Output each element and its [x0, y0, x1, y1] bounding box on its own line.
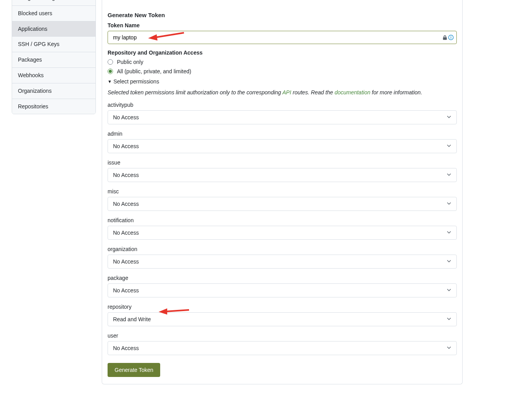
permission-label: notification — [108, 217, 457, 223]
permission-group-package: packageNo Access — [108, 275, 457, 297]
sidebar-item-label: Organizations — [18, 88, 51, 94]
sidebar-item-packages[interactable]: Packages — [12, 52, 95, 68]
permission-select-value: No Access — [113, 172, 139, 178]
radio-icon[interactable] — [108, 69, 113, 74]
chevron-down-icon — [447, 345, 451, 351]
sidebar-item-label: Packages — [18, 57, 42, 63]
permission-group-repository: repositoryRead and Write — [108, 304, 457, 326]
permission-group-notification: notificationNo Access — [108, 217, 457, 240]
chevron-down-icon — [447, 172, 451, 178]
sidebar-item-label: Blocked users — [18, 10, 52, 16]
radio-label: All (public, private, and limited) — [117, 68, 191, 74]
permission-select-organization[interactable]: No Access — [108, 255, 457, 269]
permission-group-user: userNo Access — [108, 333, 457, 355]
permission-select-admin[interactable]: No Access — [108, 139, 457, 153]
select-permissions-summary[interactable]: Select permissions — [108, 78, 457, 85]
radio-public-only[interactable]: Public only — [108, 59, 457, 65]
token-name-input[interactable] — [108, 31, 457, 44]
generate-token-button[interactable]: Generate Token — [108, 363, 160, 377]
permission-group-activitypub: activitypubNo Access — [108, 102, 457, 124]
repo-access-label: Repository and Organization Access — [108, 50, 457, 56]
chevron-down-icon — [447, 230, 451, 236]
permission-select-package[interactable]: No Access — [108, 283, 457, 297]
permission-label: issue — [108, 159, 457, 166]
permission-select-misc[interactable]: No Access — [108, 197, 457, 211]
sidebar-item-label: Applications — [18, 26, 48, 32]
sidebar-item-label: Usage & Billing — [18, 0, 55, 1]
permission-select-value: No Access — [113, 201, 139, 207]
permission-group-issue: issueNo Access — [108, 159, 457, 182]
documentation-link[interactable]: documentation — [334, 89, 370, 96]
permission-label: activitypub — [108, 102, 457, 108]
permission-select-value: No Access — [113, 258, 139, 265]
sidebar-item-webhooks[interactable]: Webhooks — [12, 68, 95, 83]
settings-sidebar: Security Usage & Billing Blocked users A… — [12, 0, 96, 114]
permissions-hint: Selected token permissions limit authori… — [108, 89, 457, 96]
permission-select-value: Read and Write — [113, 316, 151, 322]
token-name-input-wrap — [108, 31, 457, 44]
radio-all[interactable]: All (public, private, and limited) — [108, 68, 457, 74]
permission-select-activitypub[interactable]: No Access — [108, 110, 457, 124]
chevron-down-icon — [447, 114, 451, 120]
sidebar-item-blocked-users[interactable]: Blocked users — [12, 6, 95, 21]
permission-select-value: No Access — [113, 114, 139, 120]
sidebar-item-repositories[interactable]: Repositories — [12, 99, 95, 114]
chevron-down-icon — [447, 287, 451, 294]
svg-rect-2 — [451, 37, 451, 39]
permission-select-notification[interactable]: No Access — [108, 226, 457, 240]
permission-select-user[interactable]: No Access — [108, 341, 457, 355]
lock-icon — [442, 35, 447, 40]
permission-label: admin — [108, 131, 457, 137]
sidebar-item-label: Repositories — [18, 103, 48, 110]
permission-group-misc: miscNo Access — [108, 188, 457, 211]
chevron-down-icon — [447, 201, 451, 207]
main-content: Generate New Token Token Name Repository… — [102, 0, 463, 384]
info-icon[interactable] — [448, 35, 454, 40]
permission-group-organization: organizationNo Access — [108, 246, 457, 269]
permission-select-value: No Access — [113, 287, 139, 294]
permission-label: package — [108, 275, 457, 281]
permission-label: organization — [108, 246, 457, 252]
chevron-down-icon — [447, 258, 451, 265]
permission-select-value: No Access — [113, 345, 139, 351]
permission-label: misc — [108, 188, 457, 195]
permission-group-admin: adminNo Access — [108, 131, 457, 153]
token-name-label: Token Name — [108, 22, 457, 28]
permission-label: repository — [108, 304, 457, 310]
radio-label: Public only — [117, 59, 143, 65]
radio-icon[interactable] — [108, 59, 113, 65]
sidebar-item-usage-billing[interactable]: Usage & Billing — [12, 0, 95, 6]
permission-select-value: No Access — [113, 143, 139, 149]
select-permissions-details[interactable]: Select permissions Selected token permis… — [108, 78, 457, 355]
chevron-down-icon — [447, 143, 451, 149]
sidebar-item-label: Webhooks — [18, 72, 44, 78]
permission-select-value: No Access — [113, 230, 139, 236]
chevron-down-icon — [447, 316, 451, 322]
permission-select-repository[interactable]: Read and Write — [108, 312, 457, 326]
permission-select-issue[interactable]: No Access — [108, 168, 457, 182]
generate-token-panel: Generate New Token Token Name Repository… — [102, 0, 463, 384]
sidebar-item-applications[interactable]: Applications — [12, 21, 95, 37]
sidebar-item-ssh-gpg-keys[interactable]: SSH / GPG Keys — [12, 37, 95, 52]
permission-label: user — [108, 333, 457, 339]
svg-point-1 — [451, 36, 451, 37]
panel-heading: Generate New Token — [108, 12, 457, 18]
sidebar-item-label: SSH / GPG Keys — [18, 41, 60, 47]
api-link[interactable]: API — [283, 89, 292, 96]
sidebar-item-organizations[interactable]: Organizations — [12, 83, 95, 99]
